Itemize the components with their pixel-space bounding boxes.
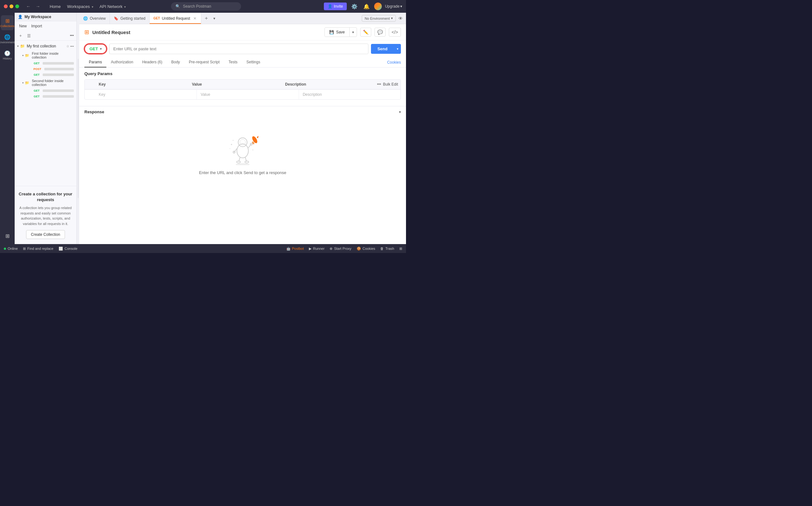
import-button[interactable]: Import <box>30 23 43 29</box>
notifications-button[interactable]: 🔔 <box>362 2 371 11</box>
tab-overview[interactable]: 🌐 Overview <box>79 13 110 24</box>
method-badge: GET <box>32 94 41 98</box>
close-button[interactable] <box>4 4 8 8</box>
more-options-button[interactable]: ••• <box>70 33 74 38</box>
list-item[interactable]: GET <box>20 61 76 66</box>
sidebar-item-collections[interactable]: ⊞ Collections <box>1 15 14 30</box>
add-collection-button[interactable]: ＋ <box>17 32 24 39</box>
resize-handle[interactable] <box>77 13 79 244</box>
request-row[interactable]: GET <box>30 61 76 66</box>
tab-authorization[interactable]: Authorization <box>106 57 138 68</box>
postbot-button[interactable]: 🤖 Postbot <box>286 247 304 251</box>
params-table-header: Key Value Description ••• Bulk Edit <box>85 80 400 89</box>
titlebar-nav: Home Workspaces ▾ API Network ▾ <box>47 3 128 10</box>
tab-settings[interactable]: Settings <box>242 57 265 68</box>
url-input[interactable] <box>109 44 368 54</box>
avatar[interactable] <box>374 3 382 10</box>
key-column-header: Key <box>95 80 188 89</box>
tab-params[interactable]: Params <box>84 57 106 68</box>
folder2-chevron-icon: ▾ <box>22 81 23 84</box>
find-replace-icon: ⊞ <box>23 247 26 251</box>
find-replace-button[interactable]: ⊞ Find and replace <box>23 247 54 251</box>
tab-tests[interactable]: Tests <box>224 57 242 68</box>
folder-header[interactable]: ▾ 📁 First folder inside collection <box>20 50 76 61</box>
runner-button[interactable]: ▶ Runner <box>309 247 324 251</box>
home-link[interactable]: Home <box>47 3 63 10</box>
new-button[interactable]: New <box>18 23 28 29</box>
create-collection-button[interactable]: Create Collection <box>26 230 65 239</box>
svg-point-15 <box>233 140 234 141</box>
filter-button[interactable]: ☰ <box>26 33 32 39</box>
param-actions: ••• Bulk Edit <box>374 80 400 89</box>
send-dropdown-button[interactable]: ▾ <box>394 45 401 53</box>
minimize-button[interactable] <box>10 4 13 8</box>
list-item[interactable]: GET <box>20 94 76 99</box>
create-collection-area: Create a collection for your requests A … <box>15 186 76 244</box>
create-collection-title: Create a collection for your requests <box>18 191 73 203</box>
collection-more-button[interactable]: ••• <box>70 44 74 49</box>
back-button[interactable]: ← <box>24 3 32 10</box>
trash-button[interactable]: 🗑 Trash <box>380 247 394 250</box>
console-button[interactable]: ⬜ Console <box>59 247 77 251</box>
sidebar-item-apps[interactable]: ⊞ <box>1 230 14 242</box>
code-button[interactable]: ✏️ <box>360 28 371 36</box>
tab-untitled-request[interactable]: GET Untitled Request ✕ <box>150 13 201 24</box>
key-input[interactable]: Key <box>95 90 197 99</box>
collection-chevron-icon: ▾ <box>17 45 19 48</box>
list-item[interactable]: GET <box>20 72 76 78</box>
method-selector[interactable]: GET ▾ <box>84 44 107 54</box>
console-icon: ⬜ <box>59 247 63 251</box>
collection-header[interactable]: ▾ 📁 My first collection ☆ ••• <box>15 42 76 50</box>
param-check-col <box>85 80 95 89</box>
bulk-edit-button[interactable]: Bulk Edit <box>383 82 398 87</box>
search-bar[interactable]: 🔍 Search Postman <box>171 2 241 10</box>
tabs-chevron-button[interactable]: ▾ <box>211 16 217 21</box>
upgrade-chevron-icon: ▾ <box>400 4 402 9</box>
list-item[interactable]: POST <box>20 66 76 72</box>
value-input[interactable]: Value <box>197 90 299 99</box>
layout-button[interactable]: ⊞ <box>399 247 402 251</box>
request-row[interactable]: POST <box>30 66 76 72</box>
response-header[interactable]: Response ▾ <box>79 106 406 117</box>
upgrade-button[interactable]: Upgrade ▾ <box>385 4 402 9</box>
sidebar-item-environments[interactable]: 🌐 Environments <box>1 31 14 47</box>
settings-button[interactable]: ⚙️ <box>350 2 359 11</box>
bulk-edit-dots: ••• <box>377 82 381 87</box>
sidebar-item-history[interactable]: 🕐 History <box>1 48 14 63</box>
tab-close-button[interactable]: ✕ <box>193 16 197 21</box>
request-area: ⊞ Untitled Request 💾 Save ▾ ✏️ 💬 </> GET <box>79 24 406 244</box>
api-network-link[interactable]: API Network ▾ <box>97 3 129 10</box>
cookies-status-button[interactable]: 🍪 Cookies <box>357 247 375 251</box>
maximize-button[interactable] <box>15 4 19 8</box>
folder2-header[interactable]: ▾ 📁 Second folder inside collection <box>20 78 76 88</box>
send-button[interactable]: Send <box>371 44 394 54</box>
embed-button[interactable]: </> <box>389 28 401 36</box>
tab-getting-started[interactable]: 🔖 Getting started <box>110 13 150 24</box>
cookies-link[interactable]: Cookies <box>387 60 401 65</box>
save-dropdown-button[interactable]: ▾ <box>350 29 357 36</box>
svg-point-1 <box>238 138 247 147</box>
tab-headers[interactable]: Headers (6) <box>138 57 166 68</box>
environment-options-button[interactable]: 👁 <box>398 16 403 21</box>
save-button[interactable]: 💾 Save <box>325 28 349 36</box>
tab-body[interactable]: Body <box>167 57 184 68</box>
tab-prerequest[interactable]: Pre-request Script <box>184 57 224 68</box>
status-online[interactable]: Online <box>4 247 18 250</box>
collection-star-button[interactable]: ☆ <box>66 44 69 49</box>
description-input[interactable]: Description <box>299 90 400 99</box>
environment-selector[interactable]: No Environment ▾ <box>362 15 396 22</box>
request-row[interactable]: GET <box>30 88 76 94</box>
titlebar: ← → Home Workspaces ▾ API Network ▾ 🔍 Se… <box>0 0 406 13</box>
svg-point-0 <box>237 144 248 158</box>
add-tab-button[interactable]: ＋ <box>201 13 211 24</box>
svg-point-2 <box>240 140 245 145</box>
request-row[interactable]: GET <box>30 94 76 99</box>
list-item[interactable]: GET <box>20 88 76 94</box>
start-proxy-button[interactable]: ⊕ Start Proxy <box>329 247 351 251</box>
forward-button[interactable]: → <box>34 3 42 10</box>
apps-icon: ⊞ <box>5 233 10 239</box>
workspaces-link[interactable]: Workspaces ▾ <box>65 3 96 10</box>
invite-button[interactable]: 👤 Invite <box>324 3 347 10</box>
comment-button[interactable]: 💬 <box>374 28 386 36</box>
request-row[interactable]: GET <box>30 72 76 78</box>
